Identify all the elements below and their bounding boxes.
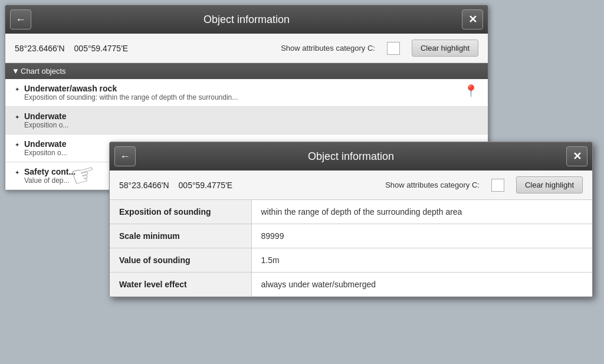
front-window: ← Object information ✕ 58°23.6466'N 005°… <box>109 142 593 297</box>
back-category-checkbox[interactable] <box>387 42 400 55</box>
list-item[interactable]: ✦ Underwater/awash rock Exposition of so… <box>5 79 488 107</box>
back-window-back-button[interactable]: ← <box>10 9 31 29</box>
back-info-bar: 58°23.6466'N 005°59.4775'E Show attribut… <box>5 34 488 63</box>
list-item[interactable]: ✦ Underwate Exposition o... <box>5 107 488 135</box>
table-row: Water level effect always under water/su… <box>110 273 592 297</box>
table-value: 89999 <box>251 224 592 248</box>
front-title-bar: ← Object information ✕ <box>110 142 592 170</box>
list-item-title: Underwate <box>24 112 478 121</box>
front-window-title: Object information <box>136 150 566 163</box>
back-title-bar: ← Object information ✕ <box>5 5 488 34</box>
table-row: Scale minimum 89999 <box>110 224 592 248</box>
table-row: Exposition of sounding within the range … <box>110 200 592 224</box>
back-window-close-button[interactable]: ✕ <box>462 9 483 29</box>
table-label: Exposition of sounding <box>110 200 251 224</box>
table-value: 1.5m <box>251 248 592 273</box>
back-attrs-label: Show attributes category C: <box>281 44 375 53</box>
map-pin-icon: 📍 <box>464 84 478 98</box>
list-item-content: Underwate Exposition o... <box>24 112 478 129</box>
chart-objects-header: Chart objects <box>5 63 488 79</box>
table-label: Scale minimum <box>110 224 251 248</box>
list-item-sub: Exposition o... <box>24 121 478 129</box>
front-coords: 58°23.6466'N 005°59.4775'E <box>119 181 232 190</box>
list-item-content: Underwater/awash rock Exposition of soun… <box>24 84 459 101</box>
list-item-sub: Exposition of sounding: within the range… <box>24 93 459 101</box>
attributes-table: Exposition of sounding within the range … <box>110 200 592 297</box>
front-lon: 005°59.4775'E <box>179 181 233 190</box>
front-info-bar: 58°23.6466'N 005°59.4775'E Show attribut… <box>110 170 592 200</box>
back-lon: 005°59.4775'E <box>74 44 129 53</box>
back-coords: 58°23.6466'N 005°59.4775'E <box>15 44 128 53</box>
diamond-icon: ✦ <box>15 114 19 120</box>
table-value: within the range of depth of the surroun… <box>251 200 592 224</box>
front-category-checkbox[interactable] <box>491 179 504 192</box>
table-row: Value of sounding 1.5m <box>110 248 592 273</box>
back-lat: 58°23.6466'N <box>15 44 65 53</box>
diamond-icon: ✦ <box>15 169 19 176</box>
table-label: Water level effect <box>110 273 251 297</box>
table-label: Value of sounding <box>110 248 251 273</box>
front-lat: 58°23.6466'N <box>119 181 169 190</box>
front-attrs-label: Show attributes category C: <box>385 181 480 189</box>
chart-objects-label: Chart objects <box>21 67 66 76</box>
front-window-close-button[interactable]: ✕ <box>566 146 587 166</box>
diamond-icon: ✦ <box>15 142 19 148</box>
diamond-icon: ✦ <box>15 86 19 93</box>
back-window-title: Object information <box>31 14 462 26</box>
back-clear-highlight-button[interactable]: Clear highlight <box>412 40 478 57</box>
front-window-back-button[interactable]: ← <box>114 146 136 166</box>
table-value: always under water/submerged <box>251 273 592 297</box>
list-item-title: Underwater/awash rock <box>24 84 459 93</box>
front-clear-highlight-button[interactable]: Clear highlight <box>516 176 583 194</box>
